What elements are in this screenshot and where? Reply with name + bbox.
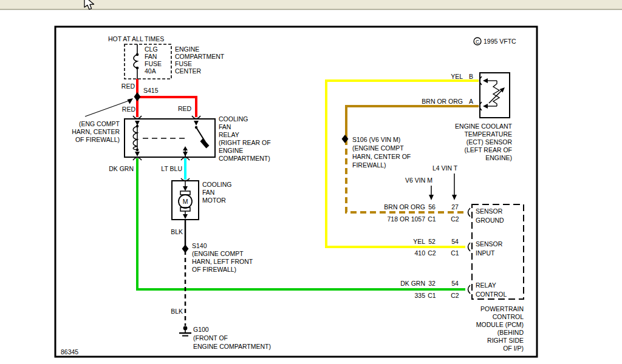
- g100-label: G100: [193, 326, 209, 333]
- svg-text:1995 VFTC: 1995 VFTC: [484, 38, 516, 45]
- svg-text:410: 410: [414, 249, 425, 257]
- svg-text:GROUND: GROUND: [476, 217, 504, 224]
- svg-text:HARN, CENTER: HARN, CENTER: [72, 128, 120, 135]
- svg-text:INPUT: INPUT: [476, 249, 495, 257]
- svg-text:52: 52: [428, 238, 436, 245]
- terminal-a-label: A: [469, 98, 473, 105]
- svg-text:27: 27: [451, 203, 459, 211]
- svg-text:32: 32: [428, 280, 436, 287]
- svg-text:54: 54: [451, 238, 459, 245]
- svg-text:(LEFT REAR OF: (LEFT REAR OF: [464, 146, 512, 153]
- lt-blu-label: LT BLU: [161, 165, 182, 172]
- dk-grn-label: DK GRN: [109, 165, 134, 172]
- svg-text:(ENG COMPT: (ENG COMPT: [79, 120, 120, 127]
- svg-text:COOLING: COOLING: [219, 115, 248, 123]
- svg-text:C2: C2: [451, 215, 459, 223]
- svg-text:FAN: FAN: [219, 123, 231, 130]
- red-label-2: RED: [122, 106, 136, 113]
- svg-text:(ECT) SENSOR: (ECT) SENSOR: [466, 138, 513, 146]
- svg-text:(ENGINE COMPT: (ENGINE COMPT: [192, 250, 244, 257]
- svg-text:CLG: CLG: [145, 46, 158, 53]
- svg-text:DK GRN: DK GRN: [400, 280, 425, 287]
- s415-location-label: (ENG COMPT HARN, CENTER OF FIREWALL): [72, 120, 120, 143]
- svg-text:ENGINE COOLANT: ENGINE COOLANT: [455, 123, 513, 130]
- motor-m-label: M: [183, 198, 188, 205]
- hot-at-all-times-label: HOT AT ALL TIMES: [108, 35, 164, 42]
- blk-label-2: BLK: [171, 308, 183, 315]
- menu-bar: [0, 0, 622, 10]
- svg-text:RELAY: RELAY: [476, 281, 496, 289]
- svg-text:ENGINE: ENGINE: [219, 147, 243, 154]
- svg-text:(ENGINE COMPT: (ENGINE COMPT: [352, 144, 404, 152]
- svg-text:ENGINE): ENGINE): [485, 154, 512, 161]
- diagram-canvas[interactable]: [55, 27, 537, 357]
- svg-text:RIGHT SIDE: RIGHT SIDE: [487, 337, 524, 344]
- svg-text:FAN: FAN: [202, 189, 214, 196]
- svg-text:ENGINE: ENGINE: [175, 46, 199, 53]
- svg-text:C1: C1: [428, 215, 436, 223]
- l4-vin-label: L4 VIN T: [432, 164, 458, 172]
- svg-text:(RIGHT REAR OF: (RIGHT REAR OF: [219, 139, 271, 146]
- brn-org-label-top: BRN OR ORG: [422, 98, 463, 105]
- svg-text:SENSOR: SENSOR: [476, 207, 503, 215]
- svg-text:HARN, CENTER OF: HARN, CENTER OF: [352, 153, 411, 160]
- svg-text:SENSOR: SENSOR: [476, 240, 503, 248]
- svg-text:OF I/P): OF I/P): [503, 345, 524, 352]
- svg-text:C2: C2: [428, 249, 436, 257]
- svg-text:COOLING: COOLING: [202, 181, 231, 188]
- svg-text:CENTER: CENTER: [175, 67, 202, 75]
- svg-text:(FRONT OF: (FRONT OF: [193, 334, 228, 342]
- svg-text:CONTROL: CONTROL: [493, 313, 524, 320]
- svg-text:TEMPERATURE: TEMPERATURE: [464, 130, 512, 138]
- s106-label: S106 (V6 VIN M): [352, 136, 400, 143]
- svg-text:FAN: FAN: [145, 53, 157, 60]
- svg-text:335: 335: [414, 292, 425, 299]
- svg-text:MODULE (PCM): MODULE (PCM): [476, 321, 524, 328]
- svg-text:40A: 40A: [145, 67, 156, 75]
- relay-box: [125, 119, 215, 157]
- svg-text:RELAY: RELAY: [219, 131, 239, 138]
- blk-label-1: BLK: [171, 228, 183, 235]
- red-label-1: RED: [121, 83, 135, 90]
- yel-label-top: YEL: [451, 73, 463, 80]
- svg-text:C1: C1: [451, 249, 459, 257]
- v6-vin-label: V6 VIN M: [405, 177, 432, 184]
- svg-text:OF FIREWALL): OF FIREWALL): [75, 136, 120, 143]
- svg-text:COMPARTMENT): COMPARTMENT): [219, 155, 270, 162]
- app-window: HOT AT ALL TIMES CLG FAN FUSE 40A ENGINE…: [0, 0, 622, 364]
- svg-text:FIREWALL): FIREWALL): [352, 161, 386, 169]
- svg-text:718 OR 1057: 718 OR 1057: [388, 215, 426, 223]
- svg-text:FUSE: FUSE: [145, 60, 162, 67]
- svg-text:POWERTRAIN: POWERTRAIN: [480, 305, 524, 312]
- s415-label: S415: [143, 87, 159, 94]
- svg-text:BRN OR ORG: BRN OR ORG: [384, 203, 425, 211]
- svg-text:56: 56: [428, 203, 436, 211]
- svg-text:54: 54: [451, 280, 459, 287]
- svg-text:COMPARTMENT: COMPARTMENT: [175, 53, 225, 60]
- s140-label: S140: [192, 242, 207, 249]
- terminal-b-label: B: [469, 73, 473, 80]
- svg-text:YEL: YEL: [413, 238, 425, 245]
- svg-text:CONTROL: CONTROL: [476, 291, 507, 298]
- svg-text:(BEHIND: (BEHIND: [497, 329, 524, 336]
- svg-text:C: C: [476, 39, 479, 45]
- diagram-number: 86345: [61, 348, 78, 356]
- svg-text:ENGINE COMPARTMENT): ENGINE COMPARTMENT): [193, 343, 271, 350]
- svg-text:OF FIREWALL): OF FIREWALL): [192, 266, 236, 273]
- svg-text:C2: C2: [451, 292, 459, 299]
- red-label-3: RED: [178, 105, 192, 112]
- svg-text:HARN, LEFT FRONT: HARN, LEFT FRONT: [192, 258, 253, 265]
- svg-text:MOTOR: MOTOR: [202, 197, 226, 204]
- svg-text:C1: C1: [428, 292, 436, 299]
- svg-text:FUSE: FUSE: [175, 60, 192, 67]
